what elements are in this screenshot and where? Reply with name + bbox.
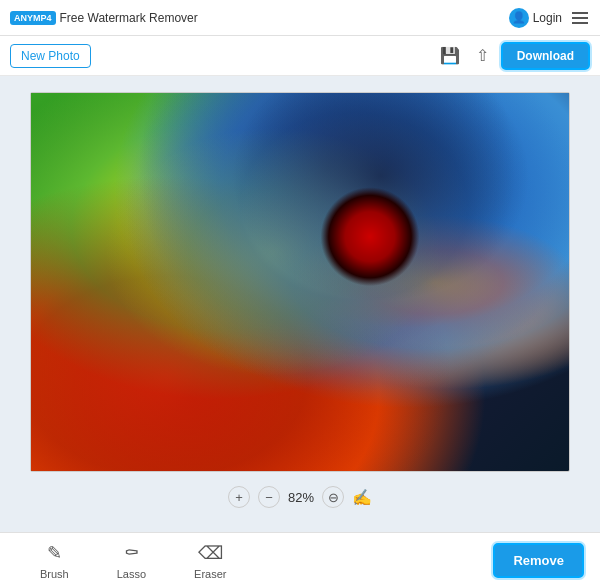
zoom-in-button[interactable]: + <box>228 486 250 508</box>
zoom-controls: + − 82% ⊖ ✍ <box>228 482 372 512</box>
login-label: Login <box>533 11 562 25</box>
menu-icon[interactable] <box>570 10 590 26</box>
logo-badge: ANYMP4 <box>10 11 56 25</box>
title-bar-right: 👤 Login <box>509 8 590 28</box>
zoom-out-button[interactable]: − <box>258 486 280 508</box>
lasso-icon: ⚰ <box>124 542 139 564</box>
hand-icon[interactable]: ✍ <box>352 488 372 507</box>
bottom-toolbar: ✎ Brush ⚰ Lasso ⌫ Eraser Remove <box>0 532 600 588</box>
parrot-image <box>31 93 569 471</box>
toolbar: New Photo 💾 ⇧ Download <box>0 36 600 76</box>
lasso-label: Lasso <box>117 568 146 580</box>
fit-button[interactable]: ⊖ <box>322 486 344 508</box>
lasso-tool[interactable]: ⚰ Lasso <box>93 538 170 584</box>
brush-label: Brush <box>40 568 69 580</box>
eraser-icon: ⌫ <box>198 542 223 564</box>
login-button[interactable]: 👤 Login <box>509 8 562 28</box>
toolbar-right: 💾 ⇧ Download <box>436 42 590 70</box>
remove-button[interactable]: Remove <box>493 543 584 578</box>
title-bar-left: ANYMP4 Free Watermark Remover <box>10 11 198 25</box>
app-logo: ANYMP4 Free Watermark Remover <box>10 11 198 25</box>
eraser-tool[interactable]: ⌫ Eraser <box>170 538 250 584</box>
zoom-percent: 82% <box>288 490 314 505</box>
tool-items: ✎ Brush ⚰ Lasso ⌫ Eraser <box>16 538 493 584</box>
image-container <box>30 92 570 472</box>
download-button[interactable]: Download <box>501 42 590 70</box>
brush-icon: ✎ <box>47 542 62 564</box>
title-bar: ANYMP4 Free Watermark Remover 👤 Login <box>0 0 600 36</box>
brush-tool[interactable]: ✎ Brush <box>16 538 93 584</box>
share-icon-button[interactable]: ⇧ <box>472 44 493 67</box>
eraser-label: Eraser <box>194 568 226 580</box>
user-icon: 👤 <box>509 8 529 28</box>
app-name: Free Watermark Remover <box>60 11 198 25</box>
new-photo-button[interactable]: New Photo <box>10 44 91 68</box>
save-icon-button[interactable]: 💾 <box>436 44 464 67</box>
main-content: + − 82% ⊖ ✍ <box>0 76 600 532</box>
